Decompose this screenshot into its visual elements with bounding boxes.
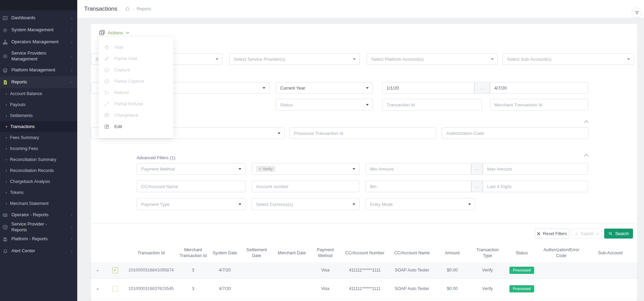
menu-item-label: Void: [114, 45, 123, 50]
column-header[interactable]: CC/Account Number: [340, 250, 390, 256]
sidebar-subitem-label: Chargeback Analysis: [10, 179, 50, 184]
sidebar-item-reconciliation-summary[interactable]: Reconciliation Summary: [0, 154, 77, 165]
column-header[interactable]: Merchant Transaction Id: [177, 247, 209, 259]
service-provider-select[interactable]: Select Service Provider(s): [229, 53, 360, 65]
sidebar-item-dashboards[interactable]: Dashboards ›: [0, 12, 77, 24]
cc-account-name-input[interactable]: CC/Account Name: [137, 181, 245, 192]
payment-type-select[interactable]: Payment Type: [137, 198, 245, 210]
sidebar-item-platform-reports[interactable]: Platform - Reports ›: [0, 233, 77, 245]
sidebar-item-reconciliation-records[interactable]: Reconciliation Records: [0, 165, 77, 176]
sidebar-item-platform-management[interactable]: Platform Management ›: [0, 64, 77, 76]
column-header[interactable]: Payment Method: [311, 247, 340, 259]
sidebar-item-label: Platform - Reports: [11, 236, 59, 242]
column-header[interactable]: Status: [505, 250, 539, 256]
sidebar-item-service-providers-management[interactable]: Service Providers Management ›: [0, 48, 77, 64]
sidebar-item-tokens[interactable]: Tokens: [0, 187, 77, 198]
search-button[interactable]: Search: [604, 229, 633, 239]
merchant-transaction-id-input[interactable]: Merchant Transaction Id: [490, 99, 588, 111]
layers-icon: [2, 68, 8, 73]
column-header[interactable]: Merchant Date: [273, 250, 311, 256]
caret-down-icon: [263, 87, 265, 89]
date-to-input[interactable]: 4/7/20: [490, 82, 588, 94]
account-number-input[interactable]: Account number: [252, 181, 359, 192]
column-header[interactable]: Transaction Id: [125, 250, 177, 256]
caret-down-icon: [627, 58, 630, 60]
sidebar-item-incoming-fees[interactable]: Incoming Fees: [0, 143, 77, 154]
caret-down-icon: [239, 168, 241, 170]
sidebar-item-alert-center[interactable]: Alert Center ›: [0, 245, 77, 257]
actions-label: Actions: [108, 30, 123, 35]
duplicate-plus-icon: [99, 30, 105, 36]
sidebar-item-settlements[interactable]: Settlements: [0, 110, 77, 121]
column-header[interactable]: CC/Account Name: [390, 250, 434, 256]
payment-method-select[interactable]: Payment Method: [137, 163, 245, 175]
chevron-right-icon: ›: [71, 225, 72, 229]
sidebar-item-operator-reports[interactable]: Operator - Reports ›: [0, 209, 77, 221]
cell-cc-account-number: 411111******1111: [340, 286, 390, 292]
sidebar-item-reports[interactable]: Reports ›: [0, 76, 77, 88]
expand-row-icon[interactable]: ▸: [97, 287, 99, 291]
date-preset-select[interactable]: Current Year: [276, 82, 373, 94]
row-checkbox-unchecked[interactable]: [112, 286, 118, 292]
sidebar-subitem-label: Reconciliation Records: [10, 168, 54, 173]
currency-select[interactable]: Select Currency(s): [252, 198, 359, 210]
collapse-advanced-icon[interactable]: [584, 153, 589, 157]
expand-row-icon[interactable]: ▸: [97, 268, 99, 272]
transaction-id-input[interactable]: Transaction Id: [382, 99, 482, 111]
chevron-down-icon: ›: [69, 81, 74, 83]
placeholder-text: Bin: [370, 184, 377, 189]
column-header[interactable]: System Date: [209, 250, 240, 256]
sidebar: Dashboards › System Management › Operato…: [0, 0, 77, 301]
remove-tag-icon[interactable]: ×: [259, 167, 261, 171]
ellipsis-text: ...: [475, 184, 479, 189]
sidebar-item-service-provider-reports[interactable]: Service Provider - Reports ›: [0, 221, 77, 233]
sidebar-item-chargeback-analysis[interactable]: Chargeback Analysis: [0, 176, 77, 187]
column-header[interactable]: Amount: [434, 250, 470, 256]
bin-range-connector: ...: [471, 181, 483, 192]
selected-value: Current Year: [280, 85, 305, 91]
sidebar-subitem-label: Payouts: [10, 102, 25, 107]
chevron-right-icon: ›: [71, 237, 72, 241]
bullet-icon: [6, 137, 7, 138]
min-amount-input[interactable]: Min Amount: [366, 163, 471, 175]
sidebar-item-payouts[interactable]: Payouts: [0, 99, 77, 110]
reset-filters-button[interactable]: Reset Filters: [535, 229, 569, 239]
sidebar-item-transactions[interactable]: Transactions: [0, 121, 77, 132]
transaction-type-multiselect[interactable]: × Verify: [252, 163, 359, 175]
date-from-input[interactable]: 1/1/20: [382, 82, 474, 94]
processor-transaction-id-input[interactable]: Processor Transaction Id: [289, 127, 436, 139]
actions-button[interactable]: Actions: [99, 30, 129, 36]
placeholder-text: Min Amount: [370, 166, 394, 172]
home-icon[interactable]: [125, 7, 130, 11]
column-header[interactable]: Transaction Type: [470, 247, 505, 259]
placeholder-text: Authorization Code: [446, 131, 484, 136]
placeholder-text: Status: [280, 102, 293, 107]
entry-mode-select[interactable]: Entry Mode: [366, 198, 475, 210]
cell-transaction-id: 1010000316841095874: [125, 267, 177, 273]
collapse-section-icon[interactable]: [584, 120, 589, 124]
sub-account-select[interactable]: Select Sub-Account(s): [503, 53, 634, 65]
bullet-icon: [6, 203, 7, 204]
column-header[interactable]: Authorization/Error Code: [539, 247, 584, 259]
selected-tag[interactable]: × Verify: [256, 166, 275, 172]
max-amount-input[interactable]: Max Amount: [483, 163, 588, 175]
platform-account-select[interactable]: Select Platform Account(s): [367, 53, 498, 65]
status-select[interactable]: Status: [276, 99, 373, 111]
authorization-code-input[interactable]: Authorization Code: [442, 127, 588, 139]
breadcrumb-reports[interactable]: Reports: [137, 7, 151, 11]
bin-input[interactable]: Bin: [366, 181, 471, 192]
menu-item-edit[interactable]: Edit: [99, 121, 173, 132]
last-4-digits-input[interactable]: Last 4 Digits: [483, 181, 588, 192]
sidebar-item-operators-management[interactable]: Operators Management ›: [0, 36, 77, 48]
row-checkbox-checked[interactable]: ✓: [112, 267, 118, 273]
export-button[interactable]: Export: [572, 229, 602, 239]
sidebar-item-fees-summary[interactable]: Fees Summary: [0, 132, 77, 143]
sidebar-item-system-management[interactable]: System Management ›: [0, 24, 77, 36]
filter-fab-button[interactable]: [632, 8, 642, 18]
column-header[interactable]: Sub-Account: [584, 250, 637, 256]
menu-item-partial-refund: Partial Refund: [99, 98, 173, 109]
cell-system-date: 4/7/20: [209, 267, 240, 273]
sidebar-item-merchant-statement[interactable]: Merchant Statement: [0, 198, 77, 209]
column-header[interactable]: Settlement Date: [240, 247, 273, 259]
sidebar-item-account-balance[interactable]: Account Balance: [0, 88, 77, 99]
